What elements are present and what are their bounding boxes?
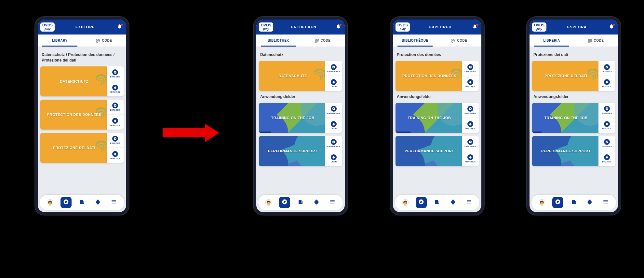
explore-button[interactable]: ESPLORA xyxy=(598,103,615,118)
nav-news[interactable] xyxy=(76,197,87,208)
course-card[interactable]: DATENSCHUTZ xyxy=(40,66,108,96)
practice-button[interactable]: ÜBEN xyxy=(325,118,342,133)
nav-practice[interactable] xyxy=(448,197,459,208)
tab-library[interactable]: LIBRARY xyxy=(38,35,82,47)
nav-menu[interactable] xyxy=(463,197,475,208)
content-area[interactable]: Protection des donnéesPROTECTION DES DON… xyxy=(393,47,481,193)
content-area[interactable]: Datenschutz / Protection des données / P… xyxy=(38,47,126,193)
svg-rect-10 xyxy=(317,41,318,42)
svg-rect-17 xyxy=(454,41,454,42)
course-card[interactable]: TRAINING ON THE JOB xyxy=(396,103,463,133)
compass-icon xyxy=(112,103,118,108)
explore-button[interactable]: ENTDECKEN xyxy=(325,136,342,151)
course-card[interactable]: TRAINING ON THE JOB xyxy=(259,103,327,133)
explore-button[interactable]: EXPLORE xyxy=(107,133,124,148)
explore-button[interactable]: ENTDECKEN xyxy=(325,61,342,76)
explore-button[interactable]: ENTDECKEN xyxy=(325,103,342,118)
notifications-button[interactable] xyxy=(116,23,124,31)
tab-code-label: CODE xyxy=(457,39,467,42)
nav-news[interactable] xyxy=(568,197,579,208)
nav-practice[interactable] xyxy=(584,197,595,208)
explore-button[interactable]: EXPLORE xyxy=(107,66,124,82)
nav-explore[interactable] xyxy=(552,197,563,208)
card-title: TRAINING ON THE JOB xyxy=(542,116,590,120)
nav-news[interactable] xyxy=(432,197,443,208)
tab-code[interactable]: CODE xyxy=(437,35,481,47)
explore-button[interactable]: ESPLORA xyxy=(598,61,615,76)
practice-button[interactable]: PRATIQUE xyxy=(462,118,479,133)
brand-logo[interactable]: OVOSplay xyxy=(396,22,410,32)
nav-profile[interactable]: 🧑 xyxy=(45,197,56,208)
card-row: PERFORMANCE SUPPORTESPLORAPRATICA xyxy=(532,136,615,166)
tab-library[interactable]: BIBLIOTHÈQUE xyxy=(393,35,437,47)
nav-profile[interactable]: 🧑 xyxy=(400,197,411,208)
explore-button[interactable]: EXPLORER xyxy=(462,136,479,151)
notifications-button[interactable] xyxy=(471,23,479,31)
tab-library[interactable]: BIBLIOTHEK xyxy=(256,35,301,47)
tab-library[interactable]: LIBRERIA xyxy=(530,35,574,47)
practice-button[interactable]: ÜBEN xyxy=(325,76,342,91)
compass-icon xyxy=(418,199,424,206)
bottom-nav: 🧑 xyxy=(531,195,616,210)
brand-logo[interactable]: OVOSplay xyxy=(40,22,55,32)
notification-dot-icon xyxy=(340,24,342,26)
brand-logo[interactable]: OVOSplay xyxy=(259,22,273,32)
phone-mockup-it: OVOSplayESPLORALIBRERIACODEProtezione de… xyxy=(527,17,621,215)
practice-button[interactable]: PRATICA xyxy=(598,76,615,91)
explore-label: ESPLORA xyxy=(602,112,612,114)
nav-profile[interactable]: 🧑 xyxy=(263,197,274,208)
nav-explore[interactable] xyxy=(416,197,427,208)
practice-button[interactable]: PRACTICE xyxy=(107,148,124,163)
nav-profile[interactable]: 🧑 xyxy=(536,197,547,208)
content-area[interactable]: Protezione dei datiPROTEZIONE DEI DATIES… xyxy=(530,47,618,193)
content-area[interactable]: DatenschutzDATENSCHUTZENTDECKENÜBENAnwen… xyxy=(256,47,345,193)
nav-practice[interactable] xyxy=(92,197,103,208)
nav-explore[interactable] xyxy=(60,197,72,208)
brand-name: OVOS xyxy=(42,23,53,27)
course-card[interactable]: PERFORMANCE SUPPORT xyxy=(259,136,327,166)
explore-button[interactable]: EXPLORER xyxy=(462,61,479,76)
course-card[interactable]: PERFORMANCE SUPPORT xyxy=(532,136,600,166)
brand-logo[interactable]: OVOSplay xyxy=(532,22,546,32)
tabs-bar: LIBRERIACODE xyxy=(530,35,618,47)
notifications-button[interactable] xyxy=(334,23,342,31)
course-card[interactable]: PERFORMANCE SUPPORT xyxy=(396,136,463,166)
nav-explore[interactable] xyxy=(279,197,290,208)
explore-button[interactable]: EXPLORER xyxy=(462,103,479,118)
course-card[interactable]: PROTECTION DES DONNÉES xyxy=(40,100,108,130)
explore-button[interactable]: EXPLORE xyxy=(107,100,124,115)
tab-code[interactable]: CODE xyxy=(82,35,126,47)
nav-news[interactable] xyxy=(295,197,306,208)
course-card[interactable]: TRAINING ON THE JOB xyxy=(532,103,600,133)
app-screen: OVOSplayENTDECKENBIBLIOTHEKCODEDatenschu… xyxy=(256,20,345,212)
course-card[interactable]: PROTECTION DES DONNÉES xyxy=(396,61,463,91)
practice-button[interactable]: PRATIQUE xyxy=(462,76,479,91)
svg-rect-9 xyxy=(315,41,316,42)
practice-button[interactable]: ÜBEN xyxy=(325,151,342,166)
section-title: Protezione dei dati xyxy=(533,52,614,58)
tab-code[interactable]: CODE xyxy=(574,35,618,47)
nav-menu[interactable] xyxy=(108,197,119,208)
nav-practice[interactable] xyxy=(311,197,322,208)
nav-menu[interactable] xyxy=(600,197,611,208)
brain-icon xyxy=(604,79,610,85)
explore-button[interactable]: ESPLORA xyxy=(598,136,615,151)
tab-code[interactable]: CODE xyxy=(301,35,345,47)
header-title: EXPLORER xyxy=(412,25,468,29)
course-card[interactable]: PROTEZIONE DEI DATI xyxy=(40,133,108,163)
nav-menu[interactable] xyxy=(327,197,338,208)
practice-button[interactable]: PRATICA xyxy=(598,118,615,133)
svg-rect-6 xyxy=(99,42,100,42)
svg-rect-20 xyxy=(454,42,455,42)
svg-rect-5 xyxy=(99,42,99,42)
notifications-button[interactable] xyxy=(608,23,615,31)
brain-icon xyxy=(331,121,337,127)
practice-button[interactable]: PRATIQUE xyxy=(462,151,479,166)
brain-icon xyxy=(467,121,473,127)
course-card[interactable]: DATENSCHUTZ xyxy=(259,61,327,91)
practice-button[interactable]: PRATICA xyxy=(598,151,615,166)
course-card[interactable]: PROTEZIONE DEI DATI xyxy=(532,61,600,91)
practice-button[interactable]: PRACTICE xyxy=(107,115,124,130)
card-row: TRAINING ON THE JOBEXPLORERPRATIQUE xyxy=(396,103,479,133)
practice-button[interactable]: PRACTICE xyxy=(107,81,124,96)
